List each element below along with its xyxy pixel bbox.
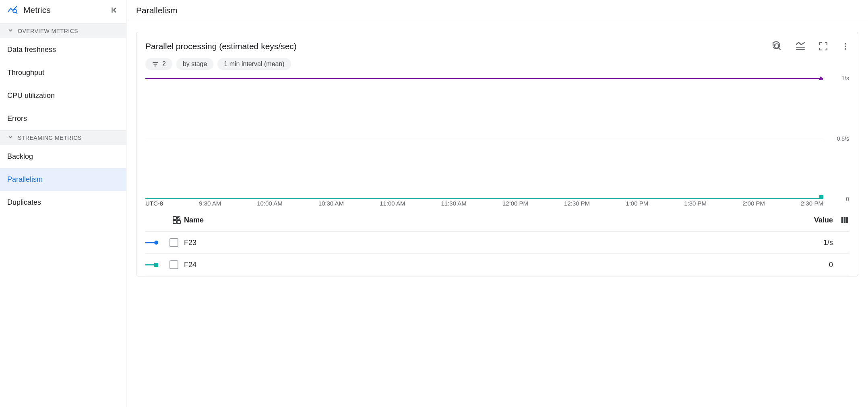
metrics-icon — [7, 5, 18, 15]
svg-rect-10 — [153, 62, 158, 63]
content: Parallel processing (estimated keys/sec) — [126, 22, 868, 407]
svg-point-7 — [845, 43, 846, 45]
card-title: Parallel processing (estimated keys/sec) — [145, 42, 297, 51]
sidebar: Metrics OVERVIEW METRICS Data freshness … — [0, 0, 126, 407]
svg-point-3 — [775, 44, 779, 48]
sidebar-title: Metrics — [23, 5, 51, 15]
legend-value-header[interactable]: Value — [785, 216, 833, 224]
reset-zoom-button[interactable] — [772, 41, 782, 52]
x-tick: 10:30 AM — [318, 200, 344, 207]
main: Parallelism Parallel processing (estimat… — [126, 0, 868, 407]
legend-value: 0 — [785, 261, 833, 269]
x-timezone: UTC-8 — [145, 200, 163, 207]
svg-rect-17 — [841, 217, 843, 223]
series-marker-f23 — [818, 76, 823, 80]
svg-rect-15 — [173, 220, 176, 224]
fullscreen-button[interactable] — [818, 41, 828, 52]
sidebar-item-backlog[interactable]: Backlog — [0, 145, 126, 168]
legend-checkbox-f23[interactable] — [169, 238, 178, 247]
svg-rect-11 — [154, 64, 157, 64]
legend-checkbox-f24[interactable] — [169, 260, 178, 269]
svg-rect-23 — [154, 263, 158, 267]
y-tick: 0 — [846, 196, 849, 202]
series-swatch-f23 — [145, 240, 169, 245]
sidebar-item-parallelism[interactable]: Parallelism — [0, 168, 126, 191]
series-line-f23 — [145, 78, 823, 79]
svg-rect-12 — [155, 66, 157, 66]
more-options-button[interactable] — [841, 41, 850, 52]
sidebar-item-duplicates[interactable]: Duplicates — [0, 191, 126, 214]
chart-card: Parallel processing (estimated keys/sec) — [136, 32, 858, 276]
svg-point-21 — [154, 241, 158, 245]
x-tick: 2:30 PM — [801, 200, 823, 207]
x-tick: 10:00 AM — [257, 200, 282, 207]
svg-rect-18 — [844, 217, 846, 223]
sidebar-item-errors[interactable]: Errors — [0, 107, 126, 130]
filter-chips: 2 by stage 1 min interval (mean) — [136, 52, 858, 74]
sidebar-item-cpu-utilization[interactable]: CPU utilization — [0, 84, 126, 107]
chevron-down-icon — [7, 134, 14, 141]
sidebar-group-label: STREAMING METRICS — [18, 135, 82, 141]
chip-label: by stage — [183, 60, 207, 68]
sidebar-group-streaming[interactable]: STREAMING METRICS — [0, 130, 126, 145]
svg-point-0 — [13, 9, 17, 13]
y-tick: 0.5/s — [837, 135, 849, 142]
chart-y-axis: 1/s 0.5/s 0 — [825, 78, 849, 199]
sidebar-item-data-freshness[interactable]: Data freshness — [0, 38, 126, 61]
legend-value: 1/s — [785, 239, 833, 247]
x-tick: 1:30 PM — [684, 200, 707, 207]
legend-row: F24 0 — [145, 254, 849, 276]
sidebar-group-label: OVERVIEW METRICS — [18, 28, 78, 34]
sidebar-header: Metrics — [0, 0, 126, 23]
svg-rect-13 — [173, 216, 176, 220]
select-all-icon[interactable] — [169, 215, 184, 225]
x-tick: 1:00 PM — [626, 200, 648, 207]
svg-rect-19 — [846, 217, 848, 223]
legend-header-row: Name Value — [145, 209, 849, 232]
legend-name: F24 — [184, 261, 785, 269]
x-tick: 2:00 PM — [742, 200, 765, 207]
legend-name-header[interactable]: Name — [184, 216, 785, 224]
page-title: Parallelism — [126, 0, 868, 22]
x-tick: 11:00 AM — [380, 200, 405, 207]
chart-x-axis: UTC-8 9:30 AM 10:00 AM 10:30 AM 11:00 AM… — [145, 199, 823, 207]
filter-icon — [152, 60, 159, 68]
column-selector-button[interactable] — [833, 216, 849, 224]
svg-line-1 — [16, 12, 17, 13]
svg-point-8 — [845, 46, 846, 47]
group-by-chip[interactable]: by stage — [176, 58, 213, 70]
legend-toggle-button[interactable] — [795, 41, 806, 52]
legend-row: F23 1/s — [145, 232, 849, 254]
x-tick: 12:00 PM — [502, 200, 528, 207]
series-swatch-f24 — [145, 262, 169, 268]
svg-line-4 — [778, 48, 780, 50]
x-tick: 11:30 AM — [441, 200, 466, 207]
interval-chip[interactable]: 1 min interval (mean) — [217, 58, 291, 70]
filter-chip-count[interactable]: 2 — [145, 58, 172, 70]
series-marker-f24 — [819, 195, 823, 199]
sidebar-item-throughput[interactable]: Throughput — [0, 61, 126, 84]
legend-name: F23 — [184, 239, 785, 247]
legend-table: Name Value — [136, 207, 858, 276]
card-actions — [772, 41, 853, 52]
x-tick: 12:30 PM — [564, 200, 590, 207]
svg-rect-16 — [177, 220, 180, 224]
sidebar-group-overview[interactable]: OVERVIEW METRICS — [0, 23, 126, 38]
svg-point-9 — [845, 48, 846, 50]
chart-plot — [145, 78, 823, 199]
chip-label: 1 min interval (mean) — [224, 60, 284, 68]
chevron-down-icon — [7, 27, 14, 35]
x-tick: 9:30 AM — [199, 200, 221, 207]
y-tick: 1/s — [841, 75, 849, 81]
collapse-sidebar-button[interactable] — [110, 6, 119, 15]
card-header: Parallel processing (estimated keys/sec) — [136, 41, 858, 52]
chip-label: 2 — [162, 60, 166, 68]
chart[interactable]: 1/s 0.5/s 0 UTC-8 9:30 AM 10:00 AM 10:30… — [136, 74, 858, 207]
